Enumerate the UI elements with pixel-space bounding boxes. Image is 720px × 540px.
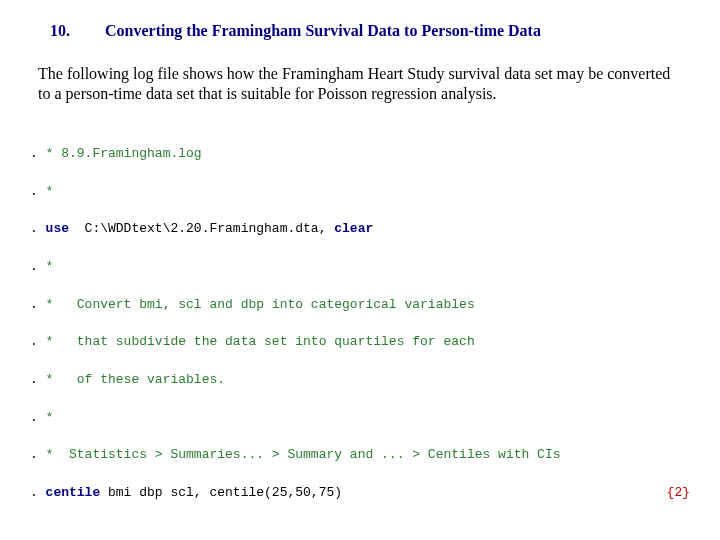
code-line: . * <box>30 409 690 428</box>
heading-number: 10. <box>30 22 105 40</box>
code-line: . * Convert bmi, scl and dbp into catego… <box>30 296 690 315</box>
code-line: . use C:\WDDtext\2.20.Framingham.dta, cl… <box>30 220 690 239</box>
heading-text: Converting the Framingham Survival Data … <box>105 22 541 40</box>
code-line: . * 8.9.Framingham.log <box>30 145 690 164</box>
section-heading: 10. Converting the Framingham Survival D… <box>30 22 690 40</box>
code-line: . * <box>30 183 690 202</box>
code-line: . * that subdivide the data set into qua… <box>30 333 690 352</box>
document-page: 10. Converting the Framingham Survival D… <box>0 0 720 540</box>
code-block: . * 8.9.Framingham.log . * . use C:\WDDt… <box>30 126 690 540</box>
code-line: . * Statistics > Summaries... > Summary … <box>30 446 690 465</box>
intro-paragraph: The following log file shows how the Fra… <box>38 64 682 104</box>
code-line: . * <box>30 258 690 277</box>
code-line: . centile bmi dbp scl, centile(25,50,75)… <box>30 484 690 503</box>
code-line: . * of these variables. <box>30 371 690 390</box>
annotation-ref: {2} <box>667 484 690 503</box>
